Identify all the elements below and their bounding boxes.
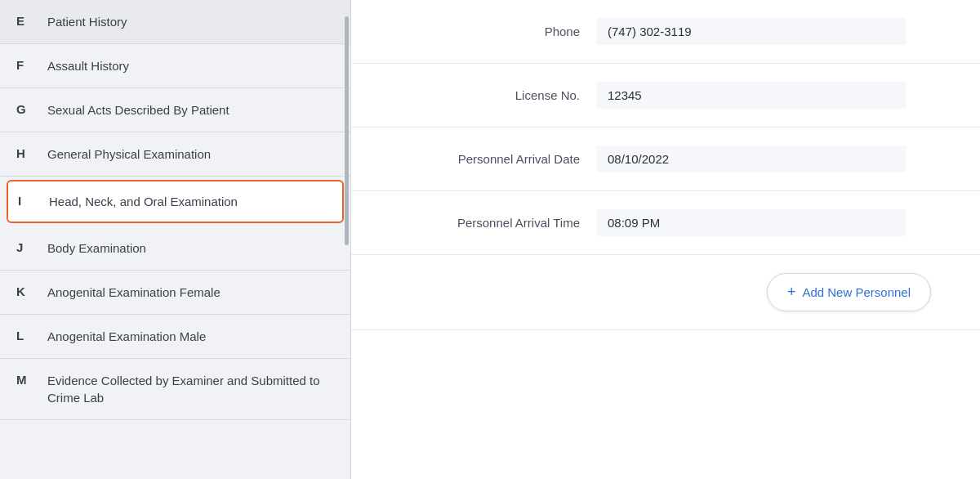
sidebar-item-h[interactable]: HGeneral Physical Examination: [0, 132, 350, 177]
sidebar-letter: I: [18, 193, 34, 208]
sidebar-letter: J: [16, 239, 33, 254]
sidebar-item-e[interactable]: EPatient History: [0, 0, 350, 44]
form-label: Personnel Arrival Time: [400, 216, 580, 230]
sidebar-item-k[interactable]: KAnogenital Examination Female: [0, 271, 350, 315]
sidebar-label: Head, Neck, and Oral Examination: [49, 193, 238, 210]
sidebar-letter: G: [16, 101, 33, 116]
form-row: Personnel Arrival Date08/10/2022: [351, 128, 980, 191]
main-content: Phone(747) 302-3119License No.12345Perso…: [351, 0, 980, 479]
sidebar-item-l[interactable]: LAnogenital Examination Male: [0, 315, 350, 359]
form-row: Personnel Arrival Time08:09 PM: [351, 191, 980, 255]
form-row: Phone(747) 302-3119: [351, 0, 980, 64]
sidebar-label: Patient History: [47, 13, 127, 30]
scroll-indicator: [345, 16, 349, 245]
sidebar-letter: E: [16, 13, 33, 28]
sidebar-letter: H: [16, 145, 33, 160]
sidebar-label: Assault History: [47, 57, 129, 74]
sidebar-letter: F: [16, 57, 33, 72]
add-new-personnel-button[interactable]: +Add New Personnel: [767, 273, 931, 311]
sidebar-item-g[interactable]: GSexual Acts Described By Patient: [0, 88, 350, 132]
form-label: Phone: [400, 25, 580, 38]
sidebar-item-f[interactable]: FAssault History: [0, 44, 350, 88]
add-personnel-label: Add New Personnel: [802, 285, 911, 299]
form-label: Personnel Arrival Date: [400, 152, 580, 166]
form-value: 12345: [596, 82, 906, 109]
sidebar-label: Anogenital Examination Male: [47, 328, 206, 345]
form-value: 08/10/2022: [596, 145, 906, 172]
form-value: (747) 302-3119: [596, 18, 906, 45]
sidebar-letter: L: [16, 328, 33, 342]
add-personnel-row: +Add New Personnel: [351, 255, 980, 330]
sidebar-items-list: EPatient HistoryFAssault HistoryGSexual …: [0, 0, 350, 479]
form-label: License No.: [400, 88, 580, 102]
sidebar-label: Sexual Acts Described By Patient: [47, 101, 229, 119]
sidebar-label: Anogenital Examination Female: [47, 284, 220, 301]
sidebar-label: Body Examination: [47, 239, 146, 257]
form-row: License No.12345: [351, 64, 980, 128]
sidebar-label: Evidence Collected by Examiner and Submi…: [47, 372, 334, 406]
sidebar-letter: M: [16, 372, 33, 387]
sidebar-item-j[interactable]: JBody Examination: [0, 226, 350, 271]
sidebar: EPatient HistoryFAssault HistoryGSexual …: [0, 0, 351, 479]
form-value: 08:09 PM: [596, 209, 906, 236]
sidebar-item-m[interactable]: MEvidence Collected by Examiner and Subm…: [0, 359, 350, 420]
sidebar-item-i[interactable]: IHead, Neck, and Oral Examination: [7, 180, 344, 223]
plus-icon: +: [787, 284, 796, 301]
sidebar-letter: K: [16, 284, 33, 298]
sidebar-label: General Physical Examination: [47, 145, 211, 163]
